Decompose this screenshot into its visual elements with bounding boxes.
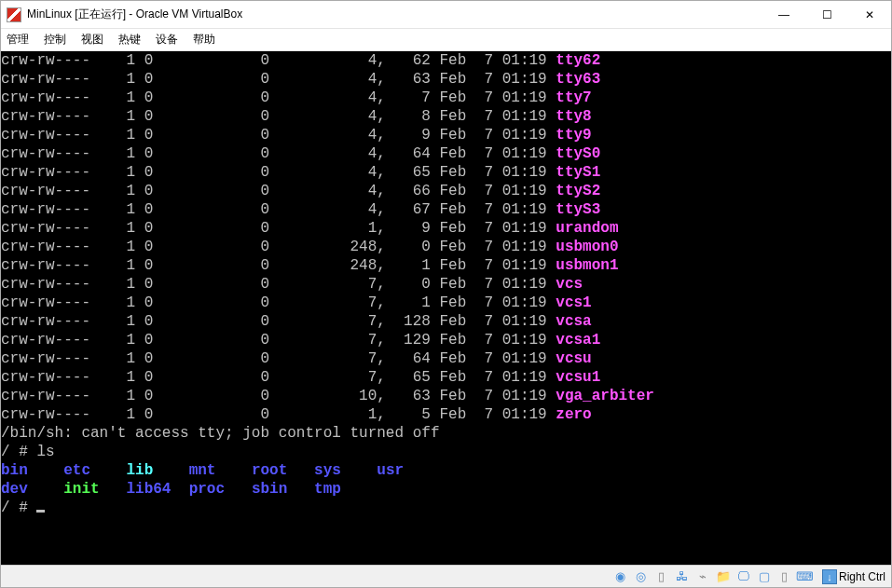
menu-devices[interactable]: 设备 [156, 32, 178, 48]
keyboard-capture-icon[interactable]: ⌨ [798, 569, 813, 584]
titlebar: MinLinux [正在运行] - Oracle VM VirtualBox —… [1, 1, 891, 29]
ls-row: crw-rw---- 1 0 0 7, 0 Feb 7 01:19 vcs [1, 275, 891, 294]
display-icon[interactable]: 🖵 [736, 569, 751, 584]
ls-row: crw-rw---- 1 0 0 7, 128 Feb 7 01:19 vcsa [1, 312, 891, 331]
ls-output-row: dev init lib64 proc sbin tmp [1, 480, 891, 499]
close-button[interactable]: ✕ [848, 1, 891, 29]
usb-icon[interactable]: ⌁ [695, 569, 710, 584]
menu-view[interactable]: 视图 [81, 32, 103, 48]
optical-icon[interactable]: ◎ [634, 569, 649, 584]
maximize-button[interactable]: ☐ [805, 1, 848, 29]
recording-icon[interactable]: ▢ [757, 569, 772, 584]
terminal[interactable]: crw-rw---- 1 0 0 4, 62 Feb 7 01:19 tty62… [1, 51, 891, 565]
window-controls: — ☐ ✕ [762, 1, 891, 29]
host-key-arrow-icon: ↓ [822, 569, 837, 584]
ls-row: crw-rw---- 1 0 0 248, 0 Feb 7 01:19 usbm… [1, 238, 891, 256]
ls-row: crw-rw---- 1 0 0 7, 64 Feb 7 01:19 vcsu [1, 349, 891, 368]
ls-row: crw-rw---- 1 0 0 7, 129 Feb 7 01:19 vcsa… [1, 331, 891, 349]
ls-row: crw-rw---- 1 0 0 7, 65 Feb 7 01:19 vcsu1 [1, 368, 891, 387]
ls-row: crw-rw---- 1 0 0 4, 62 Feb 7 01:19 tty62 [1, 51, 891, 70]
audio-icon[interactable]: ▯ [654, 569, 669, 584]
ls-row: crw-rw---- 1 0 0 4, 9 Feb 7 01:19 tty9 [1, 126, 891, 144]
ls-row: crw-rw---- 1 0 0 10, 63 Feb 7 01:19 vga_… [1, 387, 891, 405]
ls-row: crw-rw---- 1 0 0 4, 64 Feb 7 01:19 ttyS0 [1, 144, 891, 163]
host-key-indicator[interactable]: ↓ Right Ctrl [822, 569, 885, 584]
menubar: 管理 控制 视图 热键 设备 帮助 [1, 29, 891, 51]
shell-prompt: / # ls [1, 443, 891, 461]
hdd-icon[interactable]: ◉ [613, 569, 628, 584]
ls-row: crw-rw---- 1 0 0 4, 63 Feb 7 01:19 tty63 [1, 70, 891, 89]
menu-hotkeys[interactable]: 热键 [118, 32, 141, 48]
shell-prompt: / # [1, 499, 891, 517]
menu-manage[interactable]: 管理 [7, 32, 29, 48]
ls-row: crw-rw---- 1 0 0 4, 66 Feb 7 01:19 ttyS2 [1, 182, 891, 200]
shell-message: /bin/sh: can't access tty; job control t… [1, 424, 891, 443]
minimize-button[interactable]: — [762, 1, 805, 29]
ls-row: crw-rw---- 1 0 0 7, 1 Feb 7 01:19 vcs1 [1, 294, 891, 312]
menu-control[interactable]: 控制 [44, 32, 66, 48]
window-title: MinLinux [正在运行] - Oracle VM VirtualBox [27, 7, 762, 22]
ls-row: crw-rw---- 1 0 0 4, 7 Feb 7 01:19 tty7 [1, 89, 891, 107]
mouse-integration-icon[interactable]: ▯ [777, 569, 792, 584]
ls-row: crw-rw---- 1 0 0 4, 8 Feb 7 01:19 tty8 [1, 107, 891, 126]
menu-help[interactable]: 帮助 [193, 32, 215, 48]
ls-row: crw-rw---- 1 0 0 1, 5 Feb 7 01:19 zero [1, 405, 891, 424]
app-icon [7, 7, 21, 22]
network-icon[interactable]: 🖧 [675, 569, 690, 584]
ls-output-row: bin etc lib mnt root sys usr [1, 461, 891, 480]
shared-folder-icon[interactable]: 📁 [716, 569, 731, 584]
ls-row: crw-rw---- 1 0 0 248, 1 Feb 7 01:19 usbm… [1, 256, 891, 275]
statusbar: ◉ ◎ ▯ 🖧 ⌁ 📁 🖵 ▢ ▯ ⌨ ↓ Right Ctrl [1, 565, 891, 587]
ls-row: crw-rw---- 1 0 0 1, 9 Feb 7 01:19 urando… [1, 219, 891, 238]
ls-row: crw-rw---- 1 0 0 4, 65 Feb 7 01:19 ttyS1 [1, 163, 891, 182]
ls-row: crw-rw---- 1 0 0 4, 67 Feb 7 01:19 ttyS3 [1, 200, 891, 219]
virtualbox-window: MinLinux [正在运行] - Oracle VM VirtualBox —… [0, 0, 892, 588]
cursor [36, 510, 45, 513]
host-key-label: Right Ctrl [839, 570, 885, 583]
